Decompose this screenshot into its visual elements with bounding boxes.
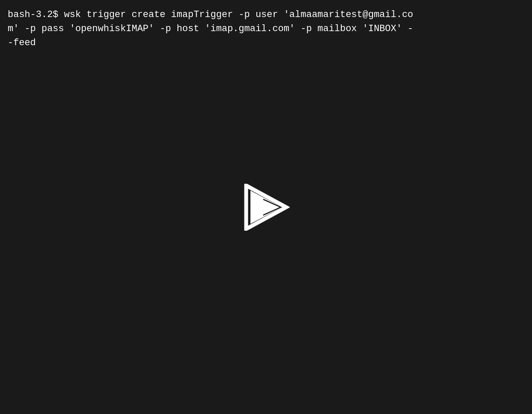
play-button-icon[interactable] [241,182,292,233]
play-button[interactable] [241,182,292,233]
terminal-window: bash-3.2$ wsk trigger create imapTrigger… [0,0,532,414]
terminal-output: bash-3.2$ wsk trigger create imapTrigger… [8,8,524,50]
